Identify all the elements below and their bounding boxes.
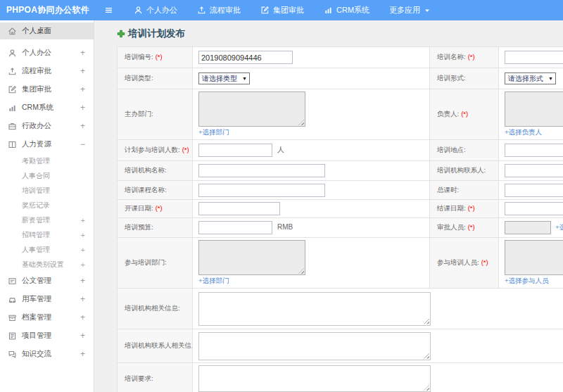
sidebar-item-label: 用车管理 (22, 294, 51, 304)
sidebar-item-archive-mgmt[interactable]: 档案管理 + (0, 308, 94, 327)
sidebar-item-document-mgmt[interactable]: 公文管理 + (0, 272, 94, 290)
select-participants-link[interactable]: +选择参与人员 (505, 277, 549, 286)
sidebar-item-label: 培训管理 (22, 186, 50, 196)
org-name-input[interactable] (198, 164, 325, 177)
sidebar-item-knowledge[interactable]: 知识交流 + (0, 345, 94, 363)
sidebar-item-reward-punish[interactable]: 奖惩记录 (0, 198, 94, 213)
upload-icon (8, 67, 17, 76)
required-mark: (*) (468, 53, 475, 61)
sidebar-item-group-approval[interactable]: 集团审批 + (0, 80, 94, 99)
end-date-input[interactable] (505, 202, 563, 215)
sidebar-item-label: 项目管理 (22, 331, 51, 341)
form-row-budget-approver: 培训预算: RMB 审批人员:(*) +选择审批人员 (118, 218, 563, 238)
caret-down-icon: ▼ (242, 76, 247, 81)
select-dept-link[interactable]: +选择部门 (198, 277, 229, 286)
total-hours-input[interactable] (505, 184, 563, 197)
expand-plus: + (80, 48, 85, 58)
menu-icon (104, 6, 113, 15)
org-contact-info-textarea[interactable] (198, 332, 431, 360)
requirements-textarea[interactable] (198, 365, 431, 392)
archive-icon (8, 313, 17, 322)
car-icon (8, 295, 17, 304)
sidebar-item-workflow-approval[interactable]: 流程审批 + (0, 62, 94, 80)
menu-toggle-button[interactable] (97, 6, 120, 15)
select-leader-link[interactable]: +选择负责人 (505, 128, 542, 137)
sidebar-item-training-mgmt[interactable]: 培训管理 (0, 183, 94, 198)
field-label: 培训预算: (125, 223, 153, 231)
topnav-more-apps[interactable]: 更多应用 (379, 0, 441, 20)
required-mark: (*) (182, 146, 189, 153)
topnav-group-approval[interactable]: 集团审批 (251, 0, 314, 20)
sidebar-item-label: 人力资源 (22, 139, 51, 149)
start-date-input[interactable] (198, 202, 280, 215)
sidebar-item-label: 奖惩记录 (22, 201, 50, 210)
sidebar-item-label: 公文管理 (22, 276, 51, 286)
training-type-select[interactable]: 请选择类型▼ (198, 72, 250, 84)
sidebar-item-personnel-mgmt[interactable]: 人事管理 + (0, 242, 94, 257)
training-mode-select[interactable]: 请选择形式▼ (505, 72, 556, 84)
chat-icon (8, 350, 17, 359)
doc-icon (8, 277, 17, 286)
sidebar-item-base-category[interactable]: 基础类别设置 + (0, 257, 94, 272)
expand-plus: + (81, 216, 85, 225)
expand-plus: + (80, 84, 85, 94)
expand-plus: + (81, 260, 85, 269)
join-people-box (505, 240, 563, 275)
sidebar-item-hr-contract[interactable]: 人事合同 (0, 168, 94, 183)
planned-count-input[interactable] (198, 144, 272, 157)
field-label: 负责人: (437, 110, 459, 118)
sidebar-item-personal-desktop[interactable]: 个人桌面 (0, 23, 94, 39)
select-approver-link[interactable]: +选择审批人员 (555, 223, 563, 232)
briefcase-icon (8, 122, 17, 131)
plus-icon (117, 30, 125, 38)
caret-down-icon: ▼ (548, 76, 553, 81)
expand-plus: + (80, 294, 85, 304)
org-info-textarea[interactable] (198, 292, 431, 326)
sidebar-item-salary-mgmt[interactable]: 薪资管理 + (0, 213, 94, 227)
budget-input[interactable] (198, 221, 272, 234)
home-icon (8, 27, 17, 36)
hr-icon (8, 140, 17, 149)
sidebar-item-personal-office[interactable]: 个人办公 + (0, 44, 94, 62)
topnav-label: 集团审批 (273, 5, 304, 15)
select-dept-link[interactable]: +选择部门 (198, 128, 229, 137)
field-label: 培训地点: (437, 146, 466, 153)
field-label: 参与培训部门: (125, 258, 167, 266)
edit-icon (260, 6, 270, 15)
user-icon (134, 6, 143, 15)
topnav-label: CRM系统 (336, 5, 369, 15)
sidebar-item-project-mgmt[interactable]: 项目管理 + (0, 327, 94, 345)
required-mark: (*) (468, 223, 475, 231)
collapse-minus: − (80, 139, 85, 149)
project-icon (8, 331, 17, 341)
expand-plus: + (80, 276, 85, 286)
sidebar-item-attendance[interactable]: 考勤管理 (0, 153, 94, 168)
form-row-course-hours: 培训课程名称: 总课时: (118, 181, 563, 200)
sidebar-item-label: 知识交流 (22, 349, 51, 359)
edit-icon (8, 85, 17, 94)
course-name-input[interactable] (198, 184, 325, 197)
app-title: PHPOA协同办公软件 (0, 4, 97, 16)
training-number-input[interactable] (198, 51, 293, 64)
user-icon (8, 49, 17, 58)
topnav-crm-system[interactable]: CRM系统 (314, 0, 379, 20)
form-row-orgname-orgcontact: 培训机构名称: 培训机构联系人: (118, 161, 563, 181)
topnav-workflow-approval[interactable]: 流程审批 (187, 0, 251, 20)
form-row-joindept-joinpeople: 参与培训部门: +选择部门 参与培训人员:(*) +选择参与人员 (118, 238, 563, 289)
sidebar-item-vehicle-mgmt[interactable]: 用车管理 + (0, 290, 94, 308)
sidebar-item-label: 流程审批 (22, 66, 51, 76)
location-input[interactable] (505, 144, 563, 157)
training-name-input[interactable] (505, 51, 563, 64)
approver-box (505, 221, 551, 234)
sidebar-item-recruit-mgmt[interactable]: 招聘管理 + (0, 227, 94, 242)
leader-box (505, 91, 563, 127)
expand-plus: + (80, 349, 85, 359)
sidebar-item-hr[interactable]: 人力资源 − (0, 135, 94, 153)
field-label: 总课时: (437, 186, 459, 194)
caret-down-icon (424, 7, 431, 14)
sidebar-item-label: 个人桌面 (22, 26, 51, 36)
sidebar-item-admin-office[interactable]: 行政办公 + (0, 117, 94, 135)
topnav-personal-office[interactable]: 个人办公 (124, 0, 187, 20)
org-contact-input[interactable] (505, 164, 563, 177)
sidebar-item-crm-system[interactable]: CRM系统 + (0, 99, 94, 117)
